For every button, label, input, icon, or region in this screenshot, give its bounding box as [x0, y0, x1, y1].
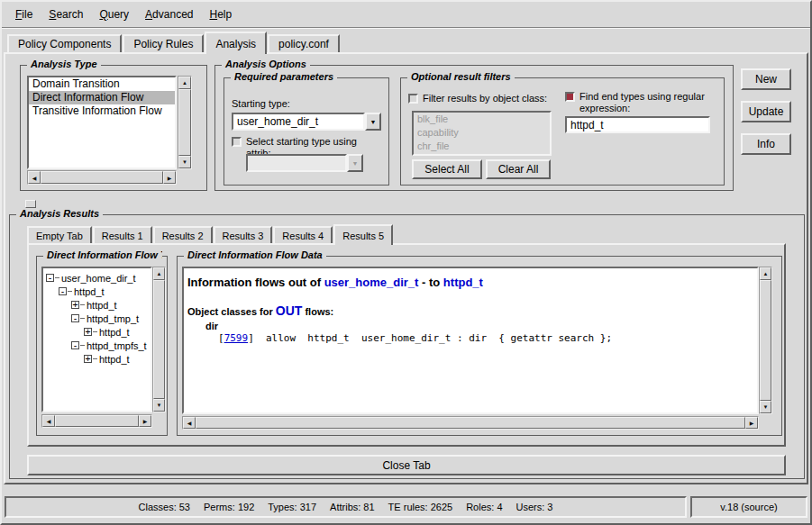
pane-sash-handle[interactable]: [25, 200, 36, 208]
menu-file[interactable]: File: [7, 5, 41, 24]
tab-results-1[interactable]: Results 1: [93, 226, 152, 243]
tree-expand-icon[interactable]: +: [71, 301, 79, 309]
dropdown-arrow-icon: ▼: [347, 154, 363, 172]
object-class-item: blk_file: [414, 113, 550, 126]
flow-tree-hscrollbar[interactable]: ◀ ▶: [41, 414, 152, 428]
analysis-type-listbox[interactable]: Domain Transition Direct Information Flo…: [27, 76, 177, 169]
dropdown-arrow-icon[interactable]: ▼: [365, 113, 381, 131]
scroll-up-icon[interactable]: ▲: [153, 267, 165, 280]
tree-connector: [80, 345, 85, 346]
list-item-direct-information-flow[interactable]: Direct Information Flow: [29, 91, 175, 104]
menu-search[interactable]: Search: [41, 5, 91, 24]
tree-collapse-icon[interactable]: -: [71, 341, 79, 349]
tree-collapse-icon[interactable]: -: [71, 314, 79, 322]
scroll-up-icon[interactable]: ▲: [178, 77, 191, 89]
scroll-right-icon[interactable]: ▶: [163, 171, 176, 184]
optional-filters-title: Optional result filters: [407, 71, 515, 82]
tab-results-3[interactable]: Results 3: [214, 226, 273, 243]
analysis-type-vscrollbar[interactable]: ▲ ▼: [178, 76, 192, 169]
filter-by-class-checkbox[interactable]: [408, 94, 418, 104]
tree-expand-icon[interactable]: +: [84, 328, 92, 336]
regex-input[interactable]: httpd_t: [565, 116, 710, 133]
new-button[interactable]: New: [741, 68, 791, 90]
object-class-item: capability: [414, 126, 550, 140]
tree-collapse-icon[interactable]: -: [59, 287, 67, 295]
stat-classes: Classes: 53: [139, 502, 190, 512]
policy-stats: Classes: 53 Perms: 192 Types: 317 Attrib…: [5, 496, 687, 518]
scrollbar-thumb[interactable]: [178, 89, 191, 156]
tree-row: -httpd_tmp_t: [44, 312, 150, 325]
analysis-type-hscrollbar[interactable]: ◀ ▶: [27, 170, 177, 185]
menu-query[interactable]: Query: [91, 5, 137, 24]
tree-node-label[interactable]: user_home_dir_t: [61, 273, 136, 284]
scrollbar-thumb[interactable]: [196, 417, 745, 429]
scroll-down-icon[interactable]: ▼: [153, 399, 165, 412]
tab-results-2[interactable]: Results 2: [153, 226, 213, 243]
scrollbar-thumb[interactable]: [760, 280, 771, 401]
tree-node-label[interactable]: httpd_t: [99, 354, 130, 365]
rule-number-link[interactable]: 7599: [224, 332, 249, 344]
tab-policy-conf[interactable]: policy.conf: [268, 34, 340, 52]
regex-checkbox[interactable]: [565, 92, 575, 102]
scroll-right-icon[interactable]: ▶: [139, 415, 151, 427]
close-tab-button[interactable]: Close Tab: [27, 455, 786, 475]
scroll-up-icon[interactable]: ▲: [760, 267, 771, 280]
status-bar: Classes: 53 Perms: 192 Types: 317 Attrib…: [5, 496, 807, 518]
classes-suffix: flows:: [302, 306, 333, 317]
scroll-left-icon[interactable]: ◀: [183, 417, 196, 429]
starting-type-combobox[interactable]: user_home_dir_t ▼: [232, 113, 381, 131]
scrollbar-thumb[interactable]: [55, 415, 139, 427]
scroll-down-icon[interactable]: ▼: [178, 156, 191, 168]
tree-row: -httpd_tmpfs_t: [44, 339, 150, 352]
scroll-left-icon[interactable]: ◀: [42, 415, 55, 427]
analysis-options-title: Analysis Options: [222, 59, 310, 69]
tab-analysis[interactable]: Analysis: [205, 32, 267, 54]
tree-node-label[interactable]: httpd_tmp_t: [87, 313, 139, 324]
tree-connector: [93, 331, 97, 332]
scrollbar-thumb[interactable]: [153, 280, 165, 399]
main-tab-bar: Policy Components Policy Rules Analysis …: [7, 32, 341, 54]
attrib-checkbox[interactable]: [232, 137, 242, 147]
button-label: Select All: [424, 163, 469, 176]
required-parameters-group: Required parameters Starting type: user_…: [224, 77, 389, 186]
starting-type-value[interactable]: user_home_dir_t: [232, 113, 365, 131]
tree-connector: [80, 304, 85, 305]
flow-tree-title: Direct Information Flow T: [43, 249, 162, 260]
tree-node-label[interactable]: httpd_tmpfs_t: [87, 340, 147, 351]
tree-connector: [93, 358, 97, 359]
button-label: New: [755, 73, 777, 86]
scroll-down-icon[interactable]: ▼: [760, 401, 771, 413]
tab-policy-components[interactable]: Policy Components: [7, 34, 122, 52]
menu-advanced[interactable]: Advanced: [137, 5, 201, 24]
tree-node-label[interactable]: httpd_t: [87, 300, 117, 311]
scroll-right-icon[interactable]: ▶: [745, 417, 758, 429]
flow-data-hscrollbar[interactable]: ◀ ▶: [182, 416, 759, 430]
clear-all-button[interactable]: Clear All: [486, 159, 551, 179]
flow-tree-vscrollbar[interactable]: ▲ ▼: [152, 267, 166, 412]
select-all-button[interactable]: Select All: [412, 159, 482, 179]
tab-policy-rules[interactable]: Policy Rules: [123, 34, 204, 52]
flow-tree[interactable]: -user_home_dir_t -httpd_t +httpd_t -http…: [41, 267, 152, 412]
list-item-transitive-information-flow[interactable]: Transitive Information Flow: [29, 104, 175, 118]
tree-node-label[interactable]: httpd_t: [74, 286, 105, 297]
tree-connector: [68, 291, 72, 292]
scroll-left-icon[interactable]: ◀: [28, 171, 41, 184]
flow-data-vscrollbar[interactable]: ▲ ▼: [759, 267, 772, 414]
tab-results-4[interactable]: Results 4: [273, 226, 333, 243]
menu-help[interactable]: Help: [201, 5, 240, 24]
info-button[interactable]: Info: [741, 133, 791, 155]
update-button[interactable]: Update: [741, 101, 791, 122]
apol-window: File Search Query Advanced Help Policy C…: [0, 0, 812, 525]
regex-checkbox-label[interactable]: Find end types using regular expression:: [579, 91, 720, 114]
list-item-domain-transition[interactable]: Domain Transition: [29, 77, 175, 91]
tab-results-5[interactable]: Results 5: [333, 224, 393, 245]
results-tab-bar: Empty Tab Results 1 Results 2 Results 3 …: [27, 223, 394, 245]
scrollbar-thumb[interactable]: [41, 171, 163, 184]
filter-by-class-label[interactable]: Filter results by object class:: [423, 93, 547, 104]
tree-node-label[interactable]: httpd_t: [99, 327, 130, 338]
tree-connector: [55, 277, 59, 278]
tree-collapse-icon[interactable]: -: [46, 274, 54, 282]
tree-expand-icon[interactable]: +: [84, 355, 92, 363]
tab-empty-tab[interactable]: Empty Tab: [27, 226, 92, 243]
flow-data-text[interactable]: Information flows out of user_home_dir_t…: [182, 267, 759, 414]
